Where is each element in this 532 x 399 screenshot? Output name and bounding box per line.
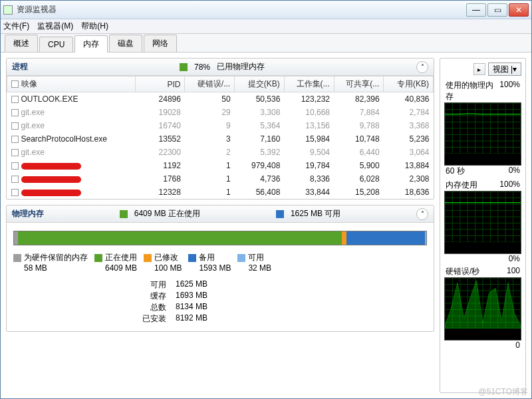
tab-memory[interactable]: 内存 bbox=[74, 35, 108, 53]
memory-bar bbox=[13, 231, 427, 245]
row-checkbox[interactable] bbox=[11, 149, 19, 156]
table-row[interactable]: git.exe2230025,3929,5046,4403,064 bbox=[7, 146, 434, 159]
titlebar[interactable]: 资源监视器 — ▭ ✕ bbox=[1, 1, 531, 19]
table-row[interactable]: 176814,7368,3366,0282,308 bbox=[7, 172, 434, 186]
memory-legend: 为硬件保留的内存58 MB正在使用6409 MB已修改100 MB备用1593 … bbox=[7, 252, 434, 277]
avail-color-icon bbox=[276, 210, 284, 218]
memory-stats: 可用1625 MB缓存1693 MB总数8134 MB已安装8192 MB bbox=[7, 277, 434, 331]
row-checkbox[interactable] bbox=[11, 96, 19, 103]
window-buttons: — ▭ ✕ bbox=[465, 3, 529, 17]
processes-title: 进程 bbox=[12, 61, 28, 72]
column-header[interactable]: PID bbox=[135, 76, 185, 92]
stat-row: 可用1625 MB bbox=[140, 279, 434, 291]
table-row[interactable]: OUTLOOK.EXE248965050,536123,23282,39640,… bbox=[7, 92, 434, 106]
chart bbox=[444, 277, 521, 340]
physmem-header[interactable]: 物理内存 6409 MB 正在使用 1625 MB 可用 ˄ bbox=[7, 205, 434, 223]
redacted-text bbox=[21, 190, 81, 196]
column-header[interactable]: 工作集(... bbox=[284, 76, 334, 92]
legend-item: 可用32 MB bbox=[237, 252, 271, 273]
menu-file[interactable]: 文件(F) bbox=[3, 21, 29, 32]
physmem-title: 物理内存 bbox=[12, 208, 44, 219]
menubar: 文件(F) 监视器(M) 帮助(H) bbox=[1, 19, 531, 34]
mem-segment bbox=[425, 231, 426, 245]
app-window: 资源监视器 — ▭ ✕ 文件(F) 监视器(M) 帮助(H) 概述 CPU 内存… bbox=[0, 0, 532, 399]
inuse-color-icon bbox=[120, 210, 128, 218]
processes-header[interactable]: 进程 78% 已用物理内存 ˄ bbox=[7, 59, 434, 76]
collapse-icon[interactable]: ˄ bbox=[416, 208, 428, 220]
inuse-label: 6409 MB 正在使用 bbox=[134, 208, 200, 219]
table-row[interactable]: git.exe19028293,30810,6687,8842,784 bbox=[7, 106, 434, 119]
chart bbox=[444, 102, 521, 166]
table-row[interactable]: 11921979,40819,7845,90013,884 bbox=[7, 159, 434, 172]
redacted-text bbox=[21, 163, 81, 170]
legend-color-icon bbox=[13, 254, 21, 262]
table-row[interactable]: git.exe1674095,36413,1569,7883,368 bbox=[7, 119, 434, 132]
chart-prev-button[interactable]: ▸ bbox=[473, 63, 485, 75]
legend-color-icon bbox=[237, 254, 245, 262]
process-table: 映像PID硬错误/...提交(KB)工作集(...可共享(...专用(KB) O… bbox=[7, 76, 434, 199]
usage-percent: 78% bbox=[194, 63, 210, 72]
mem-segment bbox=[346, 231, 425, 245]
stat-row: 已安装8192 MB bbox=[140, 313, 434, 325]
physical-memory-panel: 物理内存 6409 MB 正在使用 1625 MB 可用 ˄ 为硬件保留的内存5… bbox=[6, 205, 434, 332]
stat-row: 总数8134 MB bbox=[140, 302, 434, 313]
processes-panel: 进程 78% 已用物理内存 ˄ 映像PID硬错误/...提交(KB)工作集(..… bbox=[6, 58, 434, 200]
legend-color-icon bbox=[188, 254, 196, 262]
watermark: @51CTO博客 bbox=[478, 386, 528, 398]
row-checkbox[interactable] bbox=[11, 189, 19, 196]
close-button[interactable]: ✕ bbox=[509, 3, 529, 17]
window-title: 资源监视器 bbox=[17, 4, 465, 15]
row-checkbox[interactable] bbox=[11, 176, 19, 183]
chart-title: 使用的物理内存 bbox=[446, 80, 499, 102]
side-column: ▸ 视图 |▾ 使用的物理内存100%60 秒0%内存使用100%0%硬错误/秒… bbox=[440, 58, 526, 393]
row-checkbox[interactable] bbox=[11, 136, 19, 143]
row-checkbox[interactable] bbox=[11, 109, 19, 116]
legend-color-icon bbox=[94, 254, 102, 262]
row-checkbox[interactable] bbox=[11, 122, 19, 130]
tab-network[interactable]: 网络 bbox=[144, 35, 177, 52]
avail-label: 1625 MB 可用 bbox=[291, 208, 340, 219]
table-row[interactable]: SearchProtocolHost.exe1355237,16015,9841… bbox=[7, 132, 434, 146]
chart-title: 硬错误/秒 bbox=[446, 266, 479, 277]
redacted-text bbox=[21, 176, 81, 183]
chart-title: 内存使用 bbox=[446, 180, 477, 191]
tab-disk[interactable]: 磁盘 bbox=[109, 35, 142, 52]
chart-max: 100% bbox=[499, 80, 520, 102]
side-toolbar: ▸ 视图 |▾ bbox=[444, 63, 521, 76]
column-header[interactable]: 可共享(... bbox=[334, 76, 384, 92]
column-header[interactable]: 提交(KB) bbox=[235, 76, 285, 92]
app-icon bbox=[3, 5, 13, 15]
minimize-button[interactable]: — bbox=[466, 3, 486, 17]
main-column: 进程 78% 已用物理内存 ˄ 映像PID硬错误/...提交(KB)工作集(..… bbox=[6, 58, 434, 393]
chart-x-left: 60 秒 bbox=[446, 166, 465, 177]
mem-segment bbox=[18, 231, 342, 245]
legend-color-icon bbox=[144, 254, 152, 262]
column-header[interactable]: 映像 bbox=[7, 76, 136, 92]
legend-item: 已修改100 MB bbox=[144, 252, 182, 273]
content-area: 进程 78% 已用物理内存 ˄ 映像PID硬错误/...提交(KB)工作集(..… bbox=[1, 53, 531, 398]
collapse-icon[interactable]: ˄ bbox=[416, 61, 428, 73]
menu-help[interactable]: 帮助(H) bbox=[81, 21, 108, 32]
stat-row: 缓存1693 MB bbox=[140, 291, 434, 302]
column-header[interactable]: 专用(KB) bbox=[384, 76, 434, 92]
legend-item: 为硬件保留的内存58 MB bbox=[13, 252, 88, 273]
legend-item: 正在使用6409 MB bbox=[94, 252, 137, 273]
usage-color-icon bbox=[180, 63, 188, 71]
chart-x-right: 0 bbox=[515, 340, 520, 350]
chart-max: 100 bbox=[507, 266, 520, 277]
usage-label: 已用物理内存 bbox=[217, 61, 265, 72]
column-header[interactable]: 硬错误/... bbox=[185, 76, 235, 92]
menu-monitor[interactable]: 监视器(M) bbox=[37, 21, 73, 32]
tab-cpu[interactable]: CPU bbox=[39, 37, 73, 52]
chart-x-right: 0% bbox=[509, 166, 520, 177]
tab-strip: 概述 CPU 内存 磁盘 网络 bbox=[1, 34, 531, 53]
maximize-button[interactable]: ▭ bbox=[487, 3, 507, 17]
tab-overview[interactable]: 概述 bbox=[5, 35, 38, 52]
chart bbox=[444, 191, 521, 254]
legend-item: 备用1593 MB bbox=[188, 252, 231, 273]
mem-segment bbox=[342, 231, 346, 245]
chart-x-right: 0% bbox=[509, 254, 520, 263]
row-checkbox[interactable] bbox=[11, 162, 19, 170]
view-button[interactable]: 视图 |▾ bbox=[488, 63, 521, 76]
table-row[interactable]: 12328156,40833,84415,20818,636 bbox=[7, 186, 434, 199]
